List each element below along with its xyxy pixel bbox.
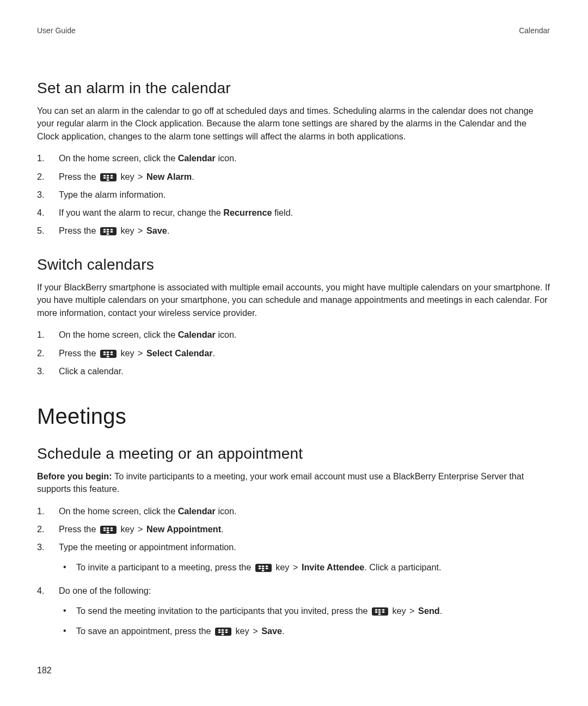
header-left: User Guide: [37, 26, 76, 35]
blackberry-key-icon: [100, 526, 117, 534]
para-switch-calendars: If your BlackBerry smartphone is associa…: [37, 281, 550, 319]
heading-schedule-meeting: Schedule a meeting or an appointment: [37, 445, 550, 462]
substeps: To send the meeting invitation to the pa…: [59, 603, 550, 639]
blackberry-key-icon: [100, 173, 117, 181]
step: On the home screen, click the Calendar i…: [37, 150, 550, 166]
substep: To invite a participant to a meeting, pr…: [59, 559, 550, 575]
step: Type the meeting or appointment informat…: [37, 539, 550, 581]
step: On the home screen, click the Calendar i…: [37, 327, 550, 343]
blackberry-key-icon: [372, 607, 388, 616]
step: Press the key > Select Calendar.: [37, 345, 550, 361]
steps-switch-calendars: On the home screen, click the Calendar i…: [37, 327, 550, 379]
header-right: Calendar: [519, 26, 550, 35]
heading-meetings: Meetings: [37, 404, 550, 429]
para-before-you-begin: Before you begin: To invite participants…: [37, 470, 550, 496]
steps-schedule-meeting: On the home screen, click the Calendar i…: [37, 503, 550, 645]
step: Press the key > Save.: [37, 223, 550, 239]
heading-switch-calendars: Switch calendars: [37, 256, 550, 273]
substep: To save an appointment, press the key > …: [59, 623, 550, 639]
substep: To send the meeting invitation to the pa…: [59, 603, 550, 619]
step: Type the alarm information.: [37, 187, 550, 203]
page-number: 182: [37, 666, 52, 675]
step: Click a calendar.: [37, 363, 550, 379]
para-set-alarm: You can set an alarm in the calendar to …: [37, 105, 550, 143]
step: On the home screen, click the Calendar i…: [37, 503, 550, 519]
heading-set-alarm: Set an alarm in the calendar: [37, 80, 550, 97]
steps-set-alarm: On the home screen, click the Calendar i…: [37, 150, 550, 239]
blackberry-key-icon: [100, 227, 117, 235]
step: Do one of the following: To send the mee…: [37, 583, 550, 644]
blackberry-key-icon: [255, 564, 272, 572]
blackberry-key-icon: [100, 350, 117, 358]
step: Press the key > New Alarm.: [37, 169, 550, 185]
step: Press the key > New Appointment.: [37, 521, 550, 537]
blackberry-key-icon: [215, 628, 231, 636]
substeps: To invite a participant to a meeting, pr…: [59, 559, 550, 575]
step: If you want the alarm to recur, change t…: [37, 205, 550, 221]
